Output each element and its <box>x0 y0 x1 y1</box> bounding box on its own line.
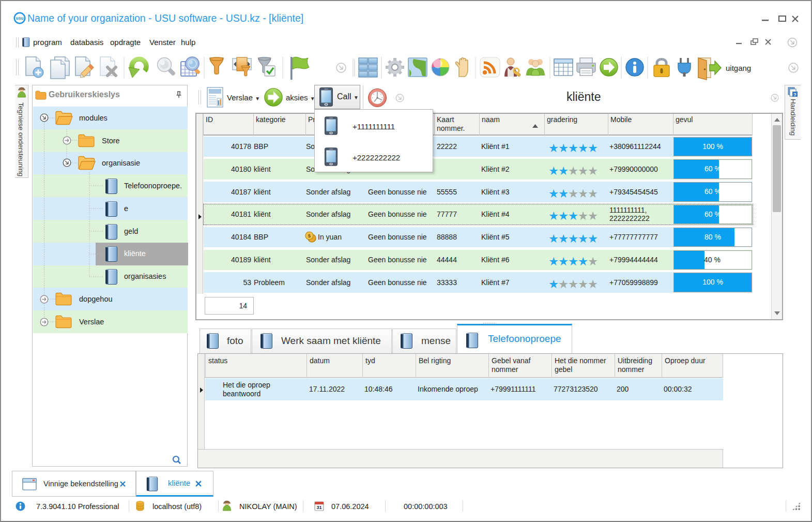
svg-text:uitgang: uitgang <box>726 64 751 72</box>
svg-text:?: ? <box>793 92 796 97</box>
svg-text:$: $ <box>308 233 311 238</box>
svg-text:usu: usu <box>16 16 23 21</box>
svg-text:31: 31 <box>316 505 321 510</box>
